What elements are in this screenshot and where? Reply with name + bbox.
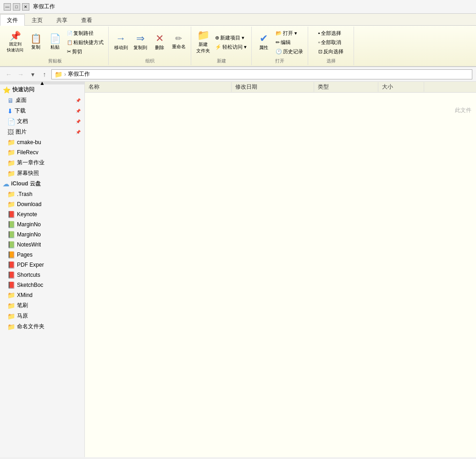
forward-button[interactable]: → — [16, 69, 26, 79]
open-button[interactable]: 📂 打开 ▾ — [274, 29, 305, 38]
address-bar: ← → ▾ ↑ 📁 › 寒假工作 — [0, 67, 476, 82]
sidebar-item-mayuan[interactable]: 📁 马原 — [0, 311, 84, 321]
pin-to-quick-access-button[interactable]: 📌 固定到快速访问 — [5, 30, 26, 55]
new-item-label: 新建项目 ▾ — [220, 34, 244, 41]
sidebar-item-brush[interactable]: 📁 笔刷 — [0, 300, 84, 311]
history-button[interactable]: 🕐 历史记录 — [274, 47, 305, 56]
sidebar-item-keynote[interactable]: 📕 Keynote — [0, 209, 84, 219]
filerecv-folder-icon: 📁 — [7, 149, 15, 156]
rename-icon: ✏ — [175, 34, 182, 43]
download-icon: ⬇ — [7, 107, 13, 115]
sidebar-item-downloads[interactable]: ⬇ 下载 📌 — [0, 106, 84, 116]
sidebar-item-pictures[interactable]: 🖼 图片 📌 — [0, 127, 84, 137]
address-path[interactable]: 📁 › 寒假工作 — [51, 69, 472, 79]
tab-file[interactable]: 文件 — [0, 14, 25, 26]
delete-button[interactable]: ✕ 删除 — [150, 32, 169, 52]
back-button[interactable]: ← — [4, 69, 14, 79]
select-all-icon: ▪ — [318, 30, 320, 36]
properties-button[interactable]: ✔ 属性 — [255, 32, 273, 52]
pages-icon: 📙 — [7, 251, 15, 258]
new-item-button[interactable]: ⊕ 新建项目 ▾ — [213, 34, 249, 42]
new-buttons: 📁 新建文件夹 ⊕ 新建项目 ▾ ⚡ 轻松访问 ▾ — [194, 28, 249, 57]
copy-to-icon: ⇒ — [136, 34, 144, 44]
minimize-button[interactable]: — — [4, 3, 11, 11]
delete-label: 删除 — [155, 45, 164, 51]
invert-selection-button[interactable]: ⊡ 反向选择 — [316, 47, 345, 56]
select-all-label: 全部选择 — [321, 30, 341, 37]
sidebar-item-download[interactable]: 📁 Download — [0, 199, 84, 209]
ribbon-group-select: ▪ 全部选择 ▫ 全部取消 ⊡ 反向选择 选择 — [308, 27, 354, 65]
desktop-icon: 🖥 — [7, 97, 14, 104]
select-small-buttons: ▪ 全部选择 ▫ 全部取消 ⊡ 反向选择 — [316, 29, 345, 56]
col-type-header[interactable]: 类型 — [314, 82, 378, 92]
col-size-header[interactable]: 大小 — [378, 82, 424, 92]
move-label: 移动到 — [114, 45, 128, 51]
new-folder-icon: 📁 — [197, 30, 210, 40]
edit-button[interactable]: ✏ 编辑 — [274, 38, 305, 47]
copy-to-button[interactable]: ⇒ 复制到 — [131, 32, 149, 52]
copy-path-label: 复制路径 — [73, 30, 94, 37]
sidebar-item-pages[interactable]: 📙 Pages — [0, 250, 84, 260]
open-icon: 📂 — [276, 30, 282, 36]
select-label: 选择 — [327, 57, 336, 64]
sidebar-item-icloud[interactable]: ☁ iCloud 云盘 — [0, 179, 84, 189]
open-label: 打开 ▾ — [283, 30, 297, 37]
col-date-header[interactable]: 修改日期 — [232, 82, 314, 92]
paste-button[interactable]: 📄 粘贴 — [46, 33, 64, 52]
sidebar-item-sketchbook[interactable]: 📕 SketchBoc — [0, 280, 84, 290]
deselect-all-button[interactable]: ▫ 全部取消 — [316, 38, 345, 47]
pdf-icon: 📕 — [7, 261, 15, 269]
rename-button[interactable]: ✏ 重命名 — [170, 33, 188, 51]
invert-label: 反向选择 — [323, 48, 343, 55]
tab-view[interactable]: 查看 — [74, 14, 99, 26]
download-folder-icon: 📁 — [7, 201, 15, 208]
tab-share[interactable]: 共享 — [50, 14, 74, 26]
downloads-pin-icon: 📌 — [76, 109, 81, 113]
sidebar-item-marginno1[interactable]: 📗 MarginNo — [0, 219, 84, 230]
sidebar-item-filerecv[interactable]: 📁 FileRecv — [0, 147, 84, 157]
open-small-buttons: 📂 打开 ▾ ✏ 编辑 🕐 历史记录 — [274, 29, 305, 56]
select-all-button[interactable]: ▪ 全部选择 — [316, 29, 345, 38]
sidebar-item-screenshot[interactable]: 📁 屏幕快照 — [0, 168, 84, 179]
main-area: ▲ ⭐ 快速访问 🖥 桌面 📌 ⬇ 下载 📌 📄 文档 📌 🖼 图片 📌 📁 — [0, 82, 476, 457]
close-button[interactable]: ✕ — [22, 3, 29, 11]
file-list-header: 名称 修改日期 类型 大小 — [85, 82, 476, 93]
file-list: 名称 修改日期 类型 大小 此文件 — [85, 82, 476, 457]
new-item-icon: ⊕ — [215, 35, 219, 41]
sidebar-item-cmake[interactable]: 📁 cmake-bu — [0, 137, 84, 147]
easy-access-button[interactable]: ⚡ 轻松访问 ▾ — [213, 43, 249, 51]
pin-icon: 📌 — [10, 31, 21, 40]
copy-button[interactable]: 📋 复制 — [27, 33, 45, 52]
rename-label: 重命名 — [172, 44, 186, 50]
sidebar-item-named-folder[interactable]: 📁 命名文件夹 — [0, 321, 84, 332]
title-bar-icons[interactable]: — □ ✕ — [4, 3, 29, 11]
paste-shortcut-button[interactable]: 📋 粘贴快捷方式 — [65, 38, 105, 47]
tab-home[interactable]: 主页 — [25, 14, 50, 26]
open-buttons: ✔ 属性 📂 打开 ▾ ✏ 编辑 🕐 历史记录 — [255, 28, 305, 57]
sidebar-item-desktop[interactable]: 🖥 桌面 📌 — [0, 95, 84, 106]
sidebar-item-pdf[interactable]: 📕 PDF Exper — [0, 260, 84, 270]
sidebar-item-trash[interactable]: 📁 .Trash — [0, 189, 84, 199]
cut-button[interactable]: ✂ 剪切 — [65, 47, 105, 56]
sidebar-item-documents[interactable]: 📄 文档 📌 — [0, 116, 84, 127]
shortcuts-icon: 📕 — [7, 271, 15, 279]
history-icon: 🕐 — [276, 49, 282, 55]
move-to-button[interactable]: → 移动到 — [112, 32, 130, 52]
open-label: 打开 — [275, 57, 284, 64]
maximize-button[interactable]: □ — [13, 3, 20, 11]
edit-icon: ✏ — [276, 39, 280, 45]
sidebar-item-shortcuts[interactable]: 📕 Shortcuts — [0, 270, 84, 280]
new-folder-button[interactable]: 📁 新建文件夹 — [194, 29, 212, 56]
invert-icon: ⊡ — [318, 49, 322, 55]
sidebar-item-noteswrit[interactable]: 📗 NotesWrit — [0, 240, 84, 250]
sidebar-item-chapter1[interactable]: 📁 第一章作业 — [0, 157, 84, 168]
col-name-header[interactable]: 名称 — [85, 82, 232, 92]
pictures-pin-icon: 📌 — [76, 130, 81, 134]
clipboard-small-buttons: 📄 复制路径 📋 粘贴快捷方式 ✂ 剪切 — [65, 29, 105, 56]
sidebar-item-marginno2[interactable]: 📗 MarginNo — [0, 230, 84, 240]
up-button[interactable]: ↑ — [39, 69, 50, 79]
dropdown-button[interactable]: ▾ — [28, 69, 38, 79]
copy-path-button[interactable]: 📄 复制路径 — [65, 29, 105, 38]
sidebar-item-xmind[interactable]: 📁 XMind — [0, 290, 84, 300]
deselect-all-icon: ▫ — [318, 39, 320, 45]
